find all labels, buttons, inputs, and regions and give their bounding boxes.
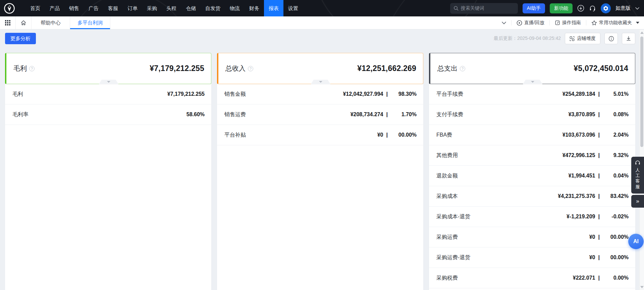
row-label: 采购运费-退货: [436, 254, 470, 261]
nav-item-10[interactable]: 物流: [225, 0, 245, 16]
customer-service-panel[interactable]: 人工客服: [631, 157, 644, 194]
download-report-button[interactable]: [622, 33, 635, 44]
table-row: 采购税费¥222.071|0.00%: [429, 268, 635, 288]
sidebar-collapse-button[interactable]: »: [631, 195, 644, 208]
live-replay-label: 直播/回放: [524, 20, 544, 26]
nav-item-8[interactable]: 仓储: [181, 0, 201, 16]
table-row: 采购成本-退货¥-1,219.209|-0.02%: [429, 207, 635, 227]
apps-grid-icon[interactable]: [0, 16, 15, 29]
nav-item-4[interactable]: 客服: [103, 0, 123, 16]
row-percent: 9.32%: [600, 152, 629, 158]
table-row: 平台手续费¥254,289.184|5.01%: [429, 84, 635, 104]
store-dimension-button[interactable]: 店铺维度: [565, 33, 600, 44]
global-search-input[interactable]: 搜索关键词: [450, 3, 518, 14]
metric-card-body: 销售金额¥12,042,927.994|98.30%销售运费¥208,734.2…: [217, 84, 423, 290]
tab-1[interactable]: 多平台利润: [70, 16, 110, 29]
nav-item-11[interactable]: 财务: [245, 0, 264, 16]
row-amount: ¥-1,219.209: [567, 214, 595, 220]
table-row: 采购运费¥0|00.00%: [429, 227, 635, 247]
row-percent: -0.02%: [600, 214, 629, 220]
favorites-menu[interactable]: 常用功能收藏夹: [591, 20, 639, 26]
user-avatar[interactable]: [601, 3, 611, 13]
nav-item-0[interactable]: 首页: [25, 0, 45, 16]
last-update-time: 2025-09-04 08:25:42: [517, 35, 561, 41]
card-title: 毛利: [13, 64, 27, 73]
scrollbar-thumb[interactable]: [640, 37, 643, 147]
table-row: 采购运费-退货¥0|00.00%: [429, 247, 635, 268]
info-button[interactable]: [604, 33, 618, 44]
row-amount: 58.60%: [186, 112, 205, 118]
metric-card-body: 毛利¥7,179,212.255毛利率58.60%: [5, 84, 211, 290]
search-icon: [453, 6, 459, 11]
metric-card-header: 总支出?¥5,072,450.014: [429, 53, 635, 84]
chevron-down-icon: [107, 81, 110, 83]
last-update-text: 最后更新：2025-09-04 08:25:42: [494, 35, 561, 42]
tab-0[interactable]: 帮助中心: [31, 16, 70, 29]
ai-assistant-button[interactable]: AI助手: [523, 3, 545, 13]
headset-icon[interactable]: [589, 5, 596, 12]
question-circle-icon[interactable]: ?: [460, 66, 465, 71]
collapse-handle[interactable]: [99, 80, 118, 84]
scroll-down-arrow-icon[interactable]: [640, 286, 644, 288]
row-percent: 00.00%: [600, 255, 629, 261]
row-label: 采购税费: [436, 275, 458, 282]
nav-item-5[interactable]: 订单: [123, 0, 142, 16]
scroll-up-arrow-icon[interactable]: [640, 31, 644, 34]
row-label: 退款金额: [436, 172, 458, 179]
row-label: 其他费用: [436, 152, 458, 159]
row-amount: ¥208,734.274: [351, 112, 383, 118]
collapse-handle[interactable]: [311, 80, 330, 84]
app-logo[interactable]: [3, 2, 15, 14]
download-icon: [626, 36, 631, 41]
customer-service-label: 人工客服: [635, 167, 640, 190]
store-dimension-label: 店铺维度: [577, 35, 596, 42]
row-percent: 83.42%: [600, 193, 629, 199]
row-percent: 00.00%: [388, 132, 417, 138]
nav-item-12[interactable]: 报表: [264, 0, 283, 16]
row-percent: 1.70%: [388, 112, 417, 118]
row-amount: ¥222.071: [573, 275, 595, 281]
collapse-tabs-chevron-icon[interactable]: [502, 21, 506, 24]
ai-assistant-bubble[interactable]: AI: [628, 234, 644, 249]
open-tabs: 帮助中心多平台利润: [31, 16, 110, 29]
dimension-switch-icon: [570, 36, 575, 41]
nav-item-7[interactable]: 头程: [162, 0, 181, 16]
top-navigation-bar: 首页产品销售广告客服订单采购头程仓储自发货物流财务报表设置 搜索关键词 AI助手…: [0, 0, 644, 16]
nav-item-2[interactable]: 销售: [64, 0, 84, 16]
new-features-button[interactable]: 新功能: [550, 3, 573, 13]
live-replay-link[interactable]: 直播/回放: [517, 20, 544, 26]
row-amount: ¥254,289.184: [562, 91, 595, 97]
nav-item-13[interactable]: 设置: [283, 0, 303, 16]
row-label: 支付手续费: [436, 111, 463, 118]
metric-card-body: 平台手续费¥254,289.184|5.01%支付手续费¥3,870.895|0…: [429, 84, 635, 290]
row-label: 销售金额: [224, 91, 246, 98]
row-amount: ¥472,996.125: [562, 152, 595, 158]
home-icon[interactable]: [16, 16, 31, 29]
row-percent: 0.00%: [600, 275, 629, 281]
tabbar-right-group: 直播/回放 操作指南 常用功能收藏夹: [502, 16, 644, 29]
card-title: 总支出: [437, 64, 458, 73]
metric-card-0: 毛利?¥7,179,212.255毛利¥7,179,212.255毛利率58.6…: [5, 53, 211, 290]
toolbar-right-group: 最后更新：2025-09-04 08:25:42 店铺维度: [494, 33, 635, 44]
collapse-handle[interactable]: [523, 80, 542, 84]
question-circle-icon[interactable]: ?: [248, 66, 253, 71]
more-analysis-button[interactable]: 更多分析: [5, 33, 36, 44]
row-amount: ¥4,231,275.376: [558, 193, 595, 199]
metric-card-header: 总收入?¥12,251,662.269: [217, 53, 423, 84]
row-amount: ¥7,179,212.255: [167, 91, 205, 97]
download-circle-icon[interactable]: [577, 5, 584, 12]
user-menu-chevron-down-icon[interactable]: [635, 7, 639, 10]
nav-item-3[interactable]: 广告: [84, 0, 103, 16]
row-label: 毛利: [12, 91, 23, 98]
card-total-value: ¥5,072,450.014: [574, 64, 628, 73]
row-percent: 5.01%: [600, 91, 629, 97]
question-circle-icon[interactable]: ?: [29, 66, 35, 71]
nav-item-9[interactable]: 自发货: [201, 0, 225, 16]
edition-label[interactable]: 如意版: [615, 5, 631, 11]
divider: [511, 20, 512, 25]
operation-guide-link[interactable]: 操作指南: [555, 20, 581, 26]
table-row: 销售运费¥208,734.274|1.70%: [217, 104, 423, 125]
nav-item-1[interactable]: 产品: [45, 0, 64, 16]
nav-item-6[interactable]: 采购: [142, 0, 162, 16]
row-label: 采购成本: [436, 193, 458, 200]
